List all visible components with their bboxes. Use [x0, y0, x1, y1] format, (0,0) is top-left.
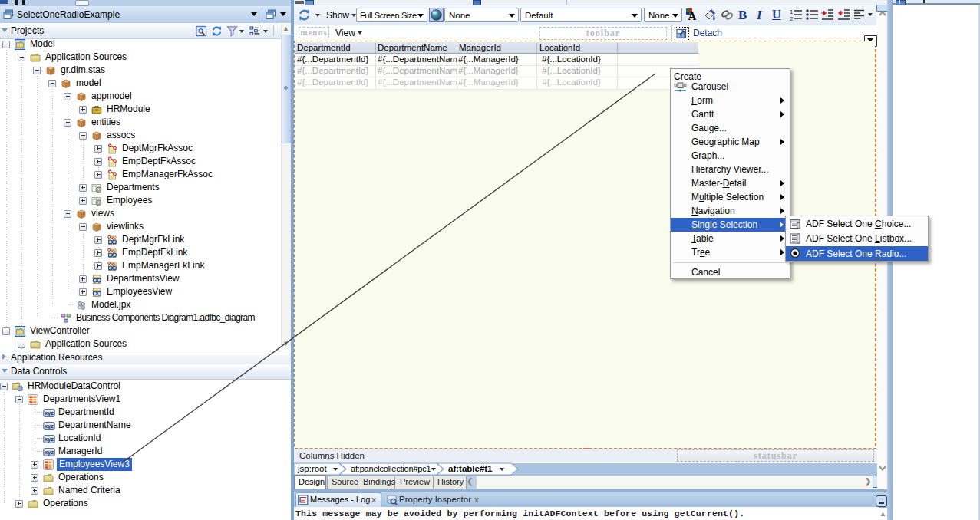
- svg-text:A: A: [688, 10, 697, 22]
- svg-text:2: 2: [790, 15, 794, 21]
- svg-text:1: 1: [790, 8, 794, 15]
